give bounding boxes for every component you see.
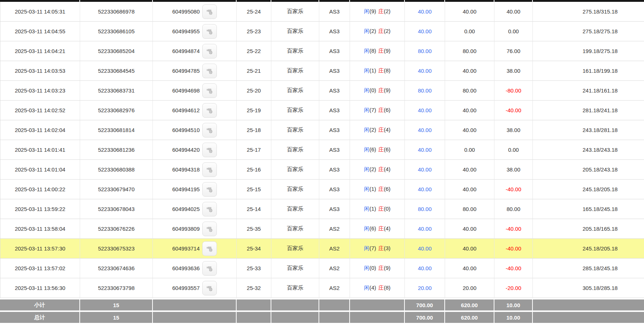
bet-amount-link[interactable]: 80.00 <box>418 87 432 94</box>
bet-amount-cell: 40.00 <box>405 239 445 259</box>
game-table-cell: AS3 <box>319 81 350 101</box>
bet-amount-link[interactable]: 40.00 <box>418 28 432 34</box>
bet-amount-link[interactable]: 40.00 <box>418 245 432 252</box>
table-row[interactable]: 2025-03-11 14:02:04 522330681814 6049945… <box>0 120 644 140</box>
bet-amount-link[interactable]: 40.00 <box>418 186 432 192</box>
video-replay-icon <box>206 87 213 94</box>
balance-cell: 241.18/161.18 <box>533 81 644 101</box>
order-number-cell: 522330686105 <box>80 22 153 41</box>
table-row[interactable]: 2025-03-11 14:01:04 522330680388 6049943… <box>0 160 644 180</box>
game-number: 604993714 <box>172 245 200 252</box>
bet-amount-link[interactable]: 40.00 <box>418 226 432 232</box>
video-replay-button[interactable] <box>202 83 217 98</box>
video-replay-button[interactable] <box>202 143 217 157</box>
table-row[interactable]: 2025-03-11 13:57:02 522330674636 6049936… <box>0 259 644 278</box>
video-replay-button[interactable] <box>202 24 217 39</box>
video-replay-button[interactable] <box>202 162 217 177</box>
win-loss-cell: 0.00 <box>494 140 533 160</box>
round-cell: 25-17 <box>237 140 271 160</box>
bet-amount-link[interactable]: 40.00 <box>418 166 432 173</box>
bet-amount-link[interactable]: 80.00 <box>418 206 432 212</box>
player-label: 闲 <box>364 28 369 34</box>
game-table-cell: AS3 <box>319 101 350 120</box>
game-number-cell: 604994195 <box>153 180 237 199</box>
player-score: (0) <box>369 265 376 271</box>
balance-cell: 243.18/243.18 <box>533 140 644 160</box>
table-row[interactable]: 2025-03-11 13:59:22 522330678043 6049940… <box>0 199 644 219</box>
video-replay-button[interactable] <box>202 44 217 59</box>
bet-time-cell: 2025-03-11 13:56:30 <box>0 278 80 298</box>
game-type-cell: 百家乐 <box>271 199 319 219</box>
win-loss-cell: 80.00 <box>494 199 533 219</box>
video-replay-icon <box>206 48 213 55</box>
table-row[interactable]: 2025-03-11 14:01:41 522330681236 6049944… <box>0 140 644 160</box>
banker-label: 庄 <box>379 265 384 271</box>
game-table-cell: AS3 <box>319 41 350 61</box>
win-loss-cell: -80.00 <box>494 81 533 101</box>
player-label: 闲 <box>364 67 369 73</box>
balance-cell: 161.18/199.18 <box>533 61 644 81</box>
balance-cell: 245.18/205.18 <box>533 180 644 199</box>
bet-amount-link[interactable]: 80.00 <box>418 48 432 54</box>
game-number-cell: 604994874 <box>153 41 237 61</box>
game-type-cell: 百家乐 <box>271 22 319 41</box>
table-row[interactable]: 2025-03-11 13:56:30 522330673798 6049935… <box>0 278 644 298</box>
table-row[interactable]: 2025-03-11 14:03:23 522330683731 6049946… <box>0 81 644 101</box>
bet-amount-link[interactable]: 40.00 <box>418 68 432 74</box>
player-label: 闲 <box>364 127 369 133</box>
player-score: (6) <box>369 225 376 231</box>
video-replay-button[interactable] <box>202 103 217 118</box>
bet-time-cell: 2025-03-11 14:04:21 <box>0 41 80 61</box>
banker-label: 庄 <box>379 146 384 152</box>
valid-bet-cell: 40.00 <box>445 101 494 120</box>
bet-time-cell: 2025-03-11 14:01:41 <box>0 140 80 160</box>
win-loss-cell: 38.00 <box>494 61 533 81</box>
table-row[interactable]: 2025-03-11 14:05:31 522330686978 6049950… <box>0 2 644 22</box>
win-loss-cell: -40.00 <box>494 180 533 199</box>
result-cell: 闲(0)庄(9) <box>350 259 405 278</box>
game-type-cell: 百家乐 <box>271 120 319 140</box>
video-replay-button[interactable] <box>202 182 217 197</box>
table-row[interactable]: 2025-03-11 14:04:55 522330686105 6049949… <box>0 22 644 41</box>
video-replay-button[interactable] <box>202 123 217 137</box>
player-score: (1) <box>369 206 376 212</box>
bet-time-cell: 2025-03-11 13:59:22 <box>0 199 80 219</box>
game-number-cell: 604995080 <box>153 2 237 22</box>
video-replay-button[interactable] <box>202 64 217 78</box>
table-row[interactable]: 2025-03-11 13:58:04 522330676226 6049938… <box>0 219 644 239</box>
table-row[interactable]: 2025-03-11 14:04:21 522330685204 6049948… <box>0 41 644 61</box>
game-type-cell: 百家乐 <box>271 2 319 22</box>
result-cell: 闲(2)庄(4) <box>350 120 405 140</box>
video-replay-button[interactable] <box>202 222 217 236</box>
table-row[interactable]: 2025-03-11 14:02:52 522330682976 6049946… <box>0 101 644 120</box>
video-replay-button[interactable] <box>202 202 217 216</box>
table-row[interactable]: 2025-03-11 13:57:30 522330675323 6049937… <box>0 239 644 259</box>
order-number-cell: 522330679470 <box>80 180 153 199</box>
bet-amount-link[interactable]: 40.00 <box>418 265 432 271</box>
bet-amount-link[interactable]: 40.00 <box>418 8 432 15</box>
banker-score: (6) <box>384 146 391 152</box>
bet-amount-link[interactable]: 40.00 <box>418 147 432 153</box>
order-number-cell: 522330683731 <box>80 81 153 101</box>
bet-amount-link[interactable]: 40.00 <box>418 127 432 133</box>
table-row[interactable]: 2025-03-11 14:00:22 522330679470 6049941… <box>0 180 644 199</box>
bet-amount-link[interactable]: 20.00 <box>418 285 432 291</box>
win-loss-cell: 38.00 <box>494 120 533 140</box>
video-replay-button[interactable] <box>202 241 217 256</box>
result-cell: 闲(6)庄(4) <box>350 219 405 239</box>
bet-amount-cell: 40.00 <box>405 180 445 199</box>
game-number-cell: 604993636 <box>153 259 237 278</box>
player-label: 闲 <box>364 245 369 251</box>
order-number-cell: 522330674636 <box>80 259 153 278</box>
video-replay-button[interactable] <box>202 4 217 19</box>
bet-time-cell: 2025-03-11 13:58:04 <box>0 219 80 239</box>
bet-amount-link[interactable]: 40.00 <box>418 107 432 113</box>
game-type-cell: 百家乐 <box>271 140 319 160</box>
video-replay-button[interactable] <box>202 261 217 276</box>
valid-bet-cell: 40.00 <box>445 2 494 22</box>
game-number: 604993557 <box>172 285 200 291</box>
table-row[interactable]: 2025-03-11 14:03:53 522330684545 6049947… <box>0 61 644 81</box>
video-replay-button[interactable] <box>202 281 217 295</box>
order-number-cell: 522330684545 <box>80 61 153 81</box>
round-cell: 25-35 <box>237 219 271 239</box>
